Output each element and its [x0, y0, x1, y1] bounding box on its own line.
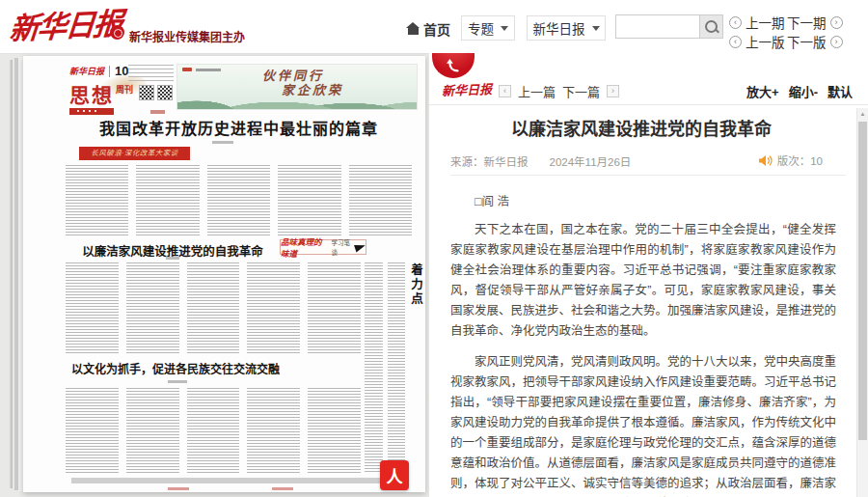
text-columns-section1	[66, 165, 412, 235]
search-input[interactable]	[615, 14, 700, 39]
weekly-title: 思想 周刊	[69, 79, 133, 108]
byline-mark	[166, 257, 179, 260]
meta-divider	[450, 175, 846, 176]
byline-mark	[212, 141, 233, 144]
masthead-red-bar	[69, 108, 114, 115]
back-button[interactable]	[432, 53, 475, 78]
masthead-date-block	[128, 65, 174, 82]
article-paragraph: 家风正则党风清，党风清则政风明。党的十八大以来，党中央高度重视家教家风，把领导干…	[450, 352, 836, 497]
article-author: □阎 浩	[450, 192, 836, 212]
next-page-button[interactable]: 下一版 ›	[787, 32, 843, 51]
newspaper-text-column	[66, 262, 119, 355]
newspaper-text-column	[247, 388, 300, 473]
prev-page-button[interactable]: ‹ 上一版	[729, 32, 785, 51]
page-footer-bar	[71, 478, 399, 483]
article-date: 2024年11月26日	[550, 153, 632, 169]
zoom-default-button[interactable]: 默认	[827, 82, 853, 100]
newspaper-text-column	[126, 262, 179, 355]
next-issue-button[interactable]: 下一期 ›	[787, 13, 843, 32]
dropdown-newspaper-label: 新华日报	[533, 18, 585, 38]
search-icon	[705, 20, 718, 33]
next-article-button[interactable]: 下一篇	[562, 82, 600, 100]
newspaper-page-preview[interactable]: 新华日报 10 思想 周刊 伙伴同行 家企欣荣 我国改革开放历史进程中最壮丽的篇…	[23, 56, 425, 492]
dropdown-topics[interactable]: 专题	[461, 15, 515, 41]
article-paragraph: 天下之本在国，国之本在家。党的二十届三中全会提出，“健全发挥家庭家教家风建设在基…	[450, 220, 836, 342]
newspaper-text-column	[308, 262, 361, 355]
masthead-logo: 新华日报	[69, 65, 104, 77]
weekly-title-sub: 周刊	[116, 83, 133, 96]
text-columns-section3	[66, 388, 361, 473]
article-body: □阎 浩 天下之本在国，国之本在家。党的二十届三中全会提出，“健全发挥家庭家教家…	[450, 192, 836, 497]
chevron-down-icon	[592, 26, 600, 31]
zoom-out-button[interactable]: 缩小-	[789, 82, 818, 100]
article-reader-panel: 新华日报 ‹ 上一篇 下一篇 › 放大+ 缩小- 默认 以廉洁家风建设推进党的自…	[429, 53, 868, 497]
qr-code	[157, 85, 173, 100]
text-columns-right	[365, 262, 405, 473]
column-tag-box: 品味真理的味道 学习笔谈	[280, 239, 366, 255]
newspaper-text-column	[278, 165, 340, 235]
article-nav: ‹ 上一篇 下一篇 ›	[499, 82, 619, 100]
page-stack-edge	[10, 60, 13, 488]
prev-article-button[interactable]: 上一篇	[518, 82, 556, 100]
divider	[109, 66, 110, 77]
nav-home[interactable]: 首页	[408, 19, 450, 39]
banner-ad-line1: 伙伴同行	[262, 69, 343, 83]
newspaper-text-column	[66, 165, 128, 235]
dropdown-topics-label: 专题	[468, 18, 494, 38]
next-page-label: 下一版	[787, 32, 827, 51]
newspaper-text-column	[308, 388, 361, 473]
weekly-title-main: 思想	[69, 79, 114, 108]
top-header: 新华日报 新华报业传媒集团主办 首页 专题 新华日报 ‹ 上一期 下一期 › ‹	[0, 0, 868, 54]
next-circle-icon: ›	[830, 16, 843, 29]
pdf-glyph: 人	[387, 463, 403, 487]
newspaper-text-column	[187, 388, 240, 473]
banner-ad[interactable]: 伙伴同行 家企欣荣	[176, 64, 418, 110]
font-size-controls: 放大+ 缩小- 默认	[746, 82, 853, 100]
reader-logo: 新华日报	[442, 79, 493, 99]
newspaper-headline-1[interactable]: 我国改革开放历史进程中最壮丽的篇章	[66, 116, 412, 139]
newspaper-text-column	[126, 388, 179, 473]
newspaper-text-column	[66, 388, 119, 473]
back-arrow-icon	[445, 57, 462, 74]
media-group-logo-icon	[110, 25, 124, 40]
series-tag: 长风破浪·深化改革大家谈	[79, 147, 190, 160]
pdf-download-icon[interactable]: 人	[380, 460, 409, 490]
footer-note	[168, 487, 189, 490]
scrollbar-thumb[interactable]	[858, 122, 867, 440]
article-edition: 版次：10	[777, 152, 823, 168]
site-logo[interactable]: 新华日报	[8, 0, 123, 48]
prev-issue-label: 上一期	[746, 13, 785, 32]
zoom-in-button[interactable]: 放大+	[746, 82, 779, 100]
banner-advertiser-logos	[182, 68, 221, 71]
dropdown-newspaper[interactable]: 新华日报	[527, 15, 606, 41]
article-title: 以廉洁家风建设推进党的自我革命	[448, 115, 834, 140]
text-columns-section2	[66, 262, 361, 355]
issue-number-text	[150, 110, 165, 114]
article-meta: 来源：新华日报 2024年11月26日 版次：10	[450, 152, 844, 170]
scrollbar-up-arrow[interactable]: ▲	[857, 108, 868, 120]
toolbar-divider	[429, 104, 868, 105]
newspaper-text-column	[349, 165, 412, 235]
newspaper-text-column	[247, 262, 300, 355]
prev-article-arrow-icon[interactable]: ‹	[499, 85, 511, 97]
article-source: 来源：新华日报	[450, 153, 529, 169]
next-circle-icon: ›	[830, 36, 843, 48]
chevron-down-icon	[501, 26, 508, 31]
newspaper-text-column	[365, 262, 383, 473]
epaper-app: 新华日报 新华报业传媒集团主办 首页 专题 新华日报 ‹ 上一期 下一期 › ‹	[0, 0, 868, 497]
home-icon	[408, 28, 419, 35]
column-tag-label: 品味真理的味道	[281, 235, 328, 259]
newspaper-text-column	[187, 262, 240, 355]
nav-home-label: 首页	[423, 19, 450, 39]
prev-page-label: 上一版	[746, 32, 785, 51]
organizer-text: 新华报业传媒集团主办	[129, 28, 245, 44]
column-tag-sublabel: 学习笔谈	[331, 237, 352, 257]
next-article-arrow-icon[interactable]: ›	[607, 85, 619, 97]
footer-note	[272, 487, 293, 490]
newspaper-headline-3[interactable]: 以文化为抓手，促进各民族交往交流交融	[66, 360, 285, 377]
scrollbar[interactable]: ▲	[856, 108, 868, 497]
next-issue-label: 下一期	[787, 13, 827, 32]
speaker-icon[interactable]	[758, 154, 773, 167]
search-button[interactable]	[699, 14, 723, 39]
prev-issue-button[interactable]: ‹ 上一期	[729, 13, 785, 32]
